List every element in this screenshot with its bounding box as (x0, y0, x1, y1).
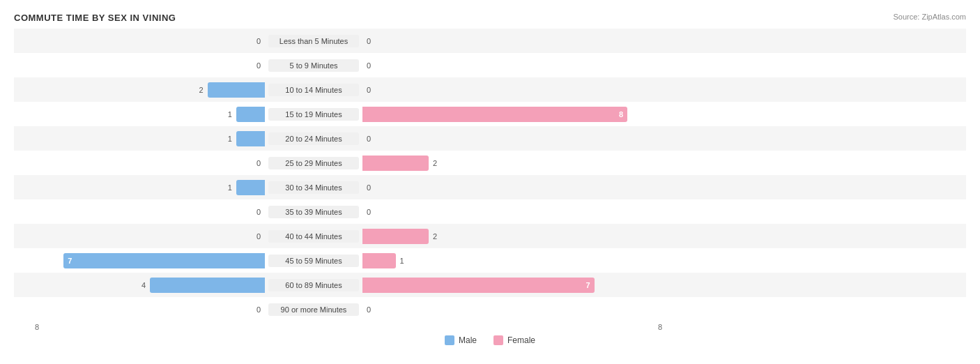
male-bar (236, 107, 265, 122)
row-label: 60 to 89 Minutes (268, 279, 359, 291)
table-row: 1 30 to 34 Minutes 0 (14, 175, 966, 199)
row-label: 90 or more Minutes (268, 303, 359, 316)
legend: Male Female (14, 335, 966, 345)
male-value: 0 (257, 61, 261, 70)
male-value: 0 (257, 37, 261, 45)
male-bar: 7 (63, 253, 265, 268)
female-value: 0 (367, 305, 371, 314)
male-value: 0 (257, 208, 261, 216)
male-bar-value: 7 (63, 257, 72, 265)
female-bar (362, 156, 429, 171)
female-value: 0 (367, 208, 371, 216)
row-label: 35 to 39 Minutes (268, 206, 359, 218)
male-value: 1 (228, 135, 232, 143)
table-row: 0 35 to 39 Minutes 0 (14, 199, 966, 224)
male-value: 0 (257, 159, 261, 167)
row-label: 10 to 14 Minutes (268, 84, 359, 96)
table-row: 4 60 to 89 Minutes 7 (14, 273, 966, 297)
table-row: 7 45 to 59 Minutes 1 (14, 248, 966, 273)
female-value: 1 (400, 257, 404, 265)
row-label: Less than 5 Minutes (268, 35, 359, 47)
row-label: 20 to 24 Minutes (268, 132, 359, 145)
chart-container: COMMUTE TIME BY SEX IN VINING Source: Zi… (0, 0, 980, 364)
row-label: 40 to 44 Minutes (268, 230, 359, 243)
table-row: 0 90 or more Minutes 0 (14, 297, 966, 321)
row-label: 25 to 29 Minutes (268, 157, 359, 169)
female-bar (362, 253, 396, 268)
male-value: 4 (141, 281, 146, 289)
female-bar: 8 (362, 107, 627, 122)
female-value: 0 (367, 86, 371, 94)
female-color-swatch (493, 335, 503, 345)
female-bar (362, 229, 429, 244)
male-value: 1 (228, 110, 232, 119)
female-value: 0 (367, 37, 371, 45)
male-value: 0 (257, 305, 261, 314)
male-bar (208, 82, 266, 98)
male-color-swatch (445, 335, 454, 345)
table-row: 0 25 to 29 Minutes 2 (14, 151, 966, 175)
female-bar-value: 7 (585, 281, 594, 289)
female-value: 2 (433, 232, 437, 241)
female-label: Female (507, 335, 535, 345)
row-label: 45 to 59 Minutes (268, 255, 359, 267)
row-label: 30 to 34 Minutes (268, 181, 359, 194)
male-label: Male (459, 335, 477, 345)
row-label: 15 to 19 Minutes (268, 108, 359, 121)
table-row: 1 15 to 19 Minutes 8 (14, 102, 966, 126)
male-bar (150, 278, 265, 293)
source-label: Source: ZipAtlas.com (893, 13, 966, 21)
male-value: 2 (199, 86, 203, 94)
female-value: 0 (367, 183, 371, 192)
female-bar: 7 (362, 278, 595, 293)
table-row: 0 Less than 5 Minutes 0 (14, 29, 966, 53)
chart-area: 0 Less than 5 Minutes 0 (14, 29, 966, 321)
female-value: 0 (367, 61, 371, 70)
male-bar (236, 180, 265, 195)
table-row: 0 5 to 9 Minutes 0 (14, 53, 966, 77)
legend-male: Male (445, 335, 477, 345)
legend-female: Female (493, 335, 535, 345)
female-value: 2 (433, 159, 437, 167)
female-value: 0 (367, 135, 371, 143)
chart-title: COMMUTE TIME BY SEX IN VINING (14, 13, 966, 23)
axis-labels: 8 8 (14, 323, 966, 331)
male-bar (236, 131, 265, 146)
axis-left-label: 8 (35, 323, 286, 331)
table-row: 1 20 to 24 Minutes 0 (14, 126, 966, 151)
axis-right-label: 8 (383, 323, 662, 331)
male-value: 0 (257, 232, 261, 241)
male-value: 1 (228, 183, 232, 192)
row-label: 5 to 9 Minutes (268, 59, 359, 72)
table-row: 0 40 to 44 Minutes 2 (14, 224, 966, 248)
table-row: 2 10 to 14 Minutes 0 (14, 77, 966, 102)
female-bar-value: 8 (619, 110, 627, 119)
